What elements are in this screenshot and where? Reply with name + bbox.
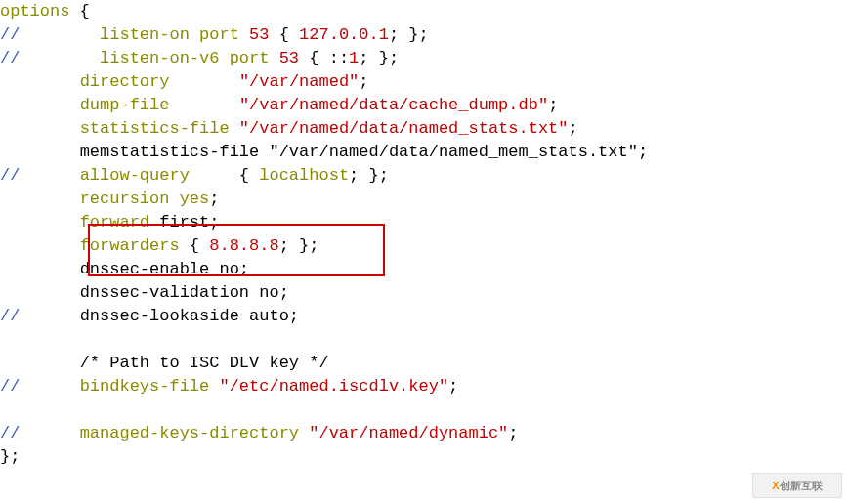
tok [0, 283, 80, 302]
tok: managed-keys-directory [80, 424, 299, 442]
tok: ; }; [279, 236, 319, 255]
tok: directory [80, 72, 170, 91]
tok [20, 25, 100, 44]
tok [0, 260, 80, 278]
tok: ; [359, 72, 368, 91]
tok: bindkeys-file [80, 377, 210, 396]
tok [0, 354, 80, 372]
tok: /* Path to ISC DLV key */ [80, 354, 329, 372]
tok: dnssec-enable no; [80, 260, 249, 278]
tok: "/var/named/data/named_stats.txt" [239, 119, 569, 138]
tok: 53 [249, 25, 269, 44]
tok: ; }; [349, 166, 389, 185]
tok: { :: [299, 49, 349, 67]
comment-marker: // [0, 166, 20, 185]
tok: localhost [259, 166, 349, 185]
tok: { [180, 236, 210, 255]
tok: "/var/named/dynamic" [309, 424, 508, 442]
tok [0, 143, 80, 161]
tok: 53 [279, 49, 299, 67]
tok [0, 72, 80, 91]
tok [20, 166, 79, 185]
tok: ; [448, 377, 458, 396]
tok [230, 119, 239, 138]
comment-marker: // [0, 307, 20, 325]
tok: "/var/named/data/cache_dump.db" [239, 96, 548, 114]
tok: first; [149, 213, 219, 231]
tok: "/var/named" [239, 72, 359, 91]
tok: dump-file [80, 96, 170, 114]
tok: ; }; [359, 49, 399, 67]
tok [239, 25, 249, 44]
tok [169, 72, 238, 91]
tok [299, 424, 309, 442]
tok: ; [508, 424, 518, 442]
tok: forward [80, 213, 149, 231]
tok: { [190, 166, 259, 185]
tok: ; }; [389, 25, 429, 44]
tok: 8.8.8.8 [209, 236, 278, 255]
code-block: options { // listen-on port 53 { 127.0.0… [0, 0, 848, 469]
tok [20, 49, 100, 67]
tok: "/etc/named.iscdlv.key" [219, 377, 448, 396]
tok: dnssec-validation no; [80, 283, 289, 302]
tok: memstatistics-file "/var/named/data/name… [80, 143, 649, 161]
watermark-icon: X [772, 480, 779, 491]
tok [169, 96, 238, 114]
tok [0, 119, 80, 138]
tok: dnssec-lookaside auto; [80, 307, 299, 325]
watermark-logo: X创新互联 [752, 473, 842, 498]
comment-marker: // [0, 49, 20, 67]
comment-marker: // [0, 377, 20, 396]
tok: listen-on port [100, 25, 239, 44]
comment-marker: // [0, 25, 20, 44]
tok [20, 377, 79, 396]
watermark-text: 创新互联 [780, 480, 823, 491]
tok [209, 377, 219, 396]
tok [20, 424, 79, 442]
tok: { [269, 25, 299, 44]
tok [20, 307, 79, 325]
tok: statistics-file [80, 119, 230, 138]
tok: { [69, 2, 89, 21]
tok: }; [0, 447, 20, 466]
tok: forwarders [80, 236, 180, 255]
tok: ; [209, 189, 219, 208]
tok: 127.0.0.1 [299, 25, 389, 44]
tok [269, 49, 278, 67]
tok: recursion yes [80, 189, 210, 208]
tok [0, 236, 80, 255]
tok [0, 96, 80, 114]
tok: ; [569, 119, 578, 138]
tok: allow-query [80, 166, 190, 185]
tok: options [0, 2, 69, 21]
comment-marker: // [0, 424, 20, 442]
tok [0, 189, 80, 208]
tok: listen-on-v6 port [100, 49, 269, 67]
tok [0, 213, 80, 231]
tok: ; [548, 96, 558, 114]
tok: 1 [349, 49, 359, 67]
